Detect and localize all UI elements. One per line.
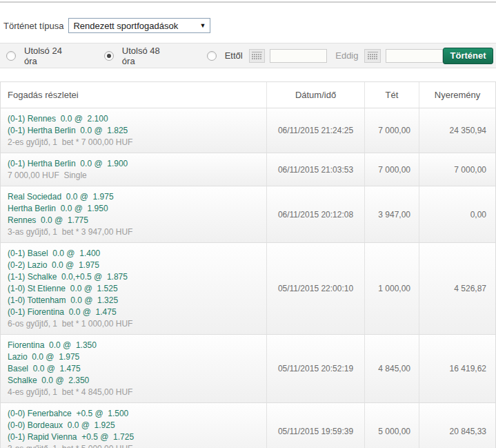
bet-details-cell: (0-1) Hertha Berlin 0.0 @ 1.9007 000,00 … [1, 153, 267, 186]
table-row: (0-1) Hertha Berlin 0.0 @ 1.9007 000,00 … [1, 153, 495, 186]
bet-datetime-cell: 06/11/2015 20:12:08 [267, 186, 365, 242]
radio-last-48h-label: Utolsó 48 óra [122, 46, 168, 66]
bet-selection: (0-0) Fenerbahce +0.5 @ 1.500 [8, 408, 262, 420]
top-divider [0, 1, 496, 3]
bet-stake-cell: 4 845,00 [365, 335, 419, 402]
from-date-input[interactable] [270, 49, 327, 63]
calendar-icon [252, 52, 262, 59]
table-row: (0-0) Fenerbahce +0.5 @ 1.500(0-0) Borde… [1, 403, 495, 448]
radio-group-last24: Utolsó 24 óra [6, 46, 70, 66]
bet-summary: 4-es gyűjtő, 1 bet * 4 845,00 HUF [8, 387, 262, 398]
header-winnings: Nyeremény [419, 82, 495, 108]
date-range-controls: Utolsó 24 óra Utolsó 48 óra Ettől Eddig [0, 43, 496, 68]
bet-selection: Hertha Berlin 0.0 @ 1.950 [8, 203, 262, 215]
bet-winnings-cell: 24 350,94 [419, 108, 495, 153]
bet-summary: 3-as gyűjtő, 1 bet * 3 947,00 HUF [8, 226, 262, 238]
bet-winnings-cell: 0,00 [419, 186, 495, 242]
bet-selection: (1-0) Tottenham 0.0 @ 1.325 [8, 295, 262, 306]
bet-details-cell: (0-0) Fenerbahce +0.5 @ 1.500(0-0) Borde… [1, 403, 267, 448]
to-date-label: Eddig [335, 50, 358, 61]
bet-datetime-cell: 06/11/2015 21:03:53 [267, 153, 365, 186]
header-stake: Tét [365, 82, 419, 108]
bet-history-table: Fogadás részletei Dátum/idő Tét Nyeremén… [0, 81, 496, 448]
table-row: (0-1) Basel 0.0 @ 1.400(0-2) Lazio 0.0 @… [1, 243, 495, 335]
bet-stake-cell: 7 000,00 [365, 153, 419, 186]
history-type-select[interactable]: Rendezett sportfogadások ▼ [68, 18, 210, 33]
bet-winnings-cell: 7 000,00 [419, 153, 495, 186]
bet-selection: Lazio 0.0 @ 1.975 [8, 351, 262, 363]
bet-stake-cell: 7 000,00 [365, 108, 419, 153]
bet-summary: 6-os gyűjtő, 1 bet * 1 000,00 HUF [8, 318, 262, 330]
bet-selection: Schalke 0.0 @ 2.350 [8, 375, 262, 387]
bet-selection: (0-2) Lazio 0.0 @ 1.975 [8, 260, 262, 271]
radio-last-24h-label: Utolsó 24 óra [24, 46, 70, 66]
radio-group-last48: Utolsó 48 óra [104, 46, 168, 66]
bet-stake-cell: 3 947,00 [365, 186, 419, 242]
history-type-filter: Történet típusa Rendezett sportfogadások… [3, 18, 496, 33]
to-date-input[interactable] [386, 49, 443, 63]
bet-selection: Basel 0.0 @ 1.475 [8, 363, 262, 375]
bet-winnings-cell: 20 845,33 [419, 403, 495, 448]
bet-selection: Fiorentina 0.0 @ 1.350 [8, 340, 262, 351]
radio-from-date[interactable] [207, 51, 217, 61]
bet-selection: Rennes 0.0 @ 1.775 [8, 215, 262, 226]
bet-details-cell: Fiorentina 0.0 @ 1.350Lazio 0.0 @ 1.975B… [1, 335, 267, 402]
table-row: Real Sociedad 0.0 @ 1.975Hertha Berlin 0… [1, 186, 495, 243]
bet-selection: (1-1) Schalke 0.0,+0.5 @ 1.875 [8, 271, 262, 283]
history-submit-button[interactable]: Történet [443, 48, 493, 64]
history-type-label: Történet típusa [3, 21, 63, 31]
bet-details-cell: (0-1) Rennes 0.0 @ 2.100(0-1) Hertha Ber… [1, 108, 267, 153]
calendar-icon [368, 52, 378, 59]
to-date-picker-button[interactable] [364, 49, 381, 63]
bet-winnings-cell: 16 419,62 [419, 335, 495, 402]
bet-datetime-cell: 06/11/2015 21:24:25 [267, 108, 365, 153]
table-row: (0-1) Rennes 0.0 @ 2.100(0-1) Hertha Ber… [1, 108, 495, 153]
bet-selection: (0-1) Rapid Vienna +0.5 @ 1.725 [8, 431, 262, 443]
bet-selection: (0-1) Rennes 0.0 @ 2.100 [8, 113, 262, 125]
radio-group-from: Ettől [207, 50, 243, 61]
bet-stake-cell: 1 000,00 [365, 243, 419, 334]
bet-details-cell: (0-1) Basel 0.0 @ 1.400(0-2) Lazio 0.0 @… [1, 243, 267, 334]
bet-selection: (0-1) Hertha Berlin 0.0 @ 1.825 [8, 125, 262, 137]
table-body: (0-1) Rennes 0.0 @ 2.100(0-1) Hertha Ber… [1, 108, 495, 448]
bet-datetime-cell: 05/11/2015 19:59:39 [267, 403, 365, 448]
bet-winnings-cell: 4 526,87 [419, 243, 495, 334]
header-bet-details: Fogadás részletei [1, 82, 267, 108]
radio-last-24h[interactable] [6, 51, 16, 61]
bet-selection: (0-1) Fiorentina 0.0 @ 1.475 [8, 306, 262, 318]
table-row: Fiorentina 0.0 @ 1.350Lazio 0.0 @ 1.975B… [1, 335, 495, 403]
bet-datetime-cell: 05/11/2015 22:00:10 [267, 243, 365, 334]
bet-summary: 7 000,00 HUF Single [8, 170, 262, 182]
bet-details-cell: Real Sociedad 0.0 @ 1.975Hertha Berlin 0… [1, 186, 267, 242]
bet-selection: Real Sociedad 0.0 @ 1.975 [8, 191, 262, 203]
radio-last-48h[interactable] [104, 51, 114, 61]
chevron-down-icon: ▼ [200, 22, 206, 29]
bet-stake-cell: 5 000,00 [365, 403, 419, 448]
bet-selection: (1-0) St Etienne 0.0 @ 1.525 [8, 283, 262, 295]
bet-selection: (0-0) Bordeaux 0.0 @ 1.925 [8, 420, 262, 431]
bet-summary: 3-as gyűjtő, 1 bet * 5 000,00 HUF [8, 443, 262, 448]
bet-selection: (0-1) Hertha Berlin 0.0 @ 1.900 [8, 158, 262, 170]
header-datetime: Dátum/idő [267, 82, 365, 108]
bet-datetime-cell: 05/11/2015 20:52:19 [267, 335, 365, 402]
radio-from-date-label: Ettől [225, 50, 243, 61]
table-header-row: Fogadás részletei Dátum/idő Tét Nyeremén… [1, 82, 495, 108]
bet-summary: 2-es gyűjtő, 1 bet * 7 000,00 HUF [8, 137, 262, 148]
from-date-picker-button[interactable] [249, 49, 266, 63]
history-type-selected-value: Rendezett sportfogadások [73, 21, 197, 31]
bet-selection: (0-1) Basel 0.0 @ 1.400 [8, 248, 262, 260]
